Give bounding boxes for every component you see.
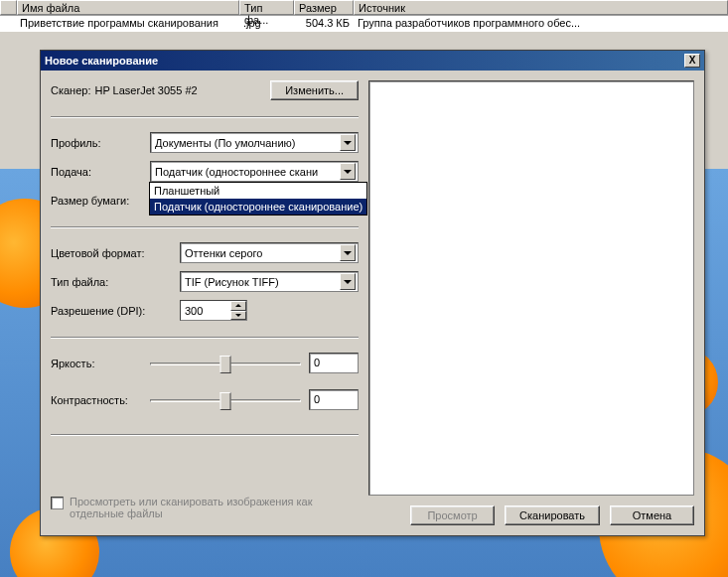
chevron-down-icon[interactable] xyxy=(340,163,356,180)
chevron-down-icon[interactable] xyxy=(340,134,356,151)
column-header-type[interactable]: Тип фа... xyxy=(239,0,294,15)
file-table-header: Имя файла Тип фа... Размер Источник xyxy=(0,0,728,16)
column-header-corner[interactable] xyxy=(0,0,17,15)
separate-files-checkbox[interactable] xyxy=(51,497,64,509)
column-header-size[interactable]: Размер xyxy=(294,0,354,15)
cell-size: 504.3 КБ xyxy=(294,17,354,31)
column-header-name[interactable]: Имя файла xyxy=(17,0,239,15)
cell-source: Группа разработчиков программного обес..… xyxy=(354,17,728,31)
profile-value: Документы (По умолчанию) xyxy=(155,137,340,149)
profile-combo[interactable]: Документы (По умолчанию) xyxy=(150,132,359,153)
feed-dropdown: Планшетный Податчик (одностороннее скани… xyxy=(149,182,367,216)
close-button[interactable]: X xyxy=(684,54,700,68)
scan-button[interactable]: Сканировать xyxy=(505,505,600,525)
feed-combo[interactable]: Податчик (одностороннее скани xyxy=(150,161,359,182)
colorfmt-value: Оттенки серого xyxy=(185,247,340,259)
cell-name: Приветствие программы сканирования xyxy=(0,17,239,31)
brightness-label: Яркость: xyxy=(51,358,150,369)
change-scanner-button[interactable]: Изменить... xyxy=(270,80,359,100)
spin-down-icon[interactable] xyxy=(230,311,246,321)
titlebar[interactable]: Новое сканирование X xyxy=(41,51,704,71)
spin-up-icon[interactable] xyxy=(230,301,246,311)
filetype-combo[interactable]: TIF (Рисунок TIFF) xyxy=(180,271,359,292)
preview-button[interactable]: Просмотр xyxy=(410,505,495,525)
brightness-value[interactable]: 0 xyxy=(309,353,359,373)
profile-label: Профиль: xyxy=(51,137,150,149)
chevron-down-icon[interactable] xyxy=(340,273,356,290)
contrast-label: Контрастность: xyxy=(51,394,150,406)
new-scan-dialog: Новое сканирование X Сканер: HP LaserJet… xyxy=(40,50,705,536)
cell-type: .jpg xyxy=(239,17,294,31)
table-row[interactable]: Приветствие программы сканирования .jpg … xyxy=(0,16,728,32)
brightness-slider[interactable] xyxy=(150,354,301,373)
scanner-label: Сканер: xyxy=(51,84,90,96)
filetype-value: TIF (Рисунок TIFF) xyxy=(185,276,340,288)
separate-files-label: Просмотреть или сканировать изображения … xyxy=(70,496,359,519)
dpi-spinner[interactable] xyxy=(180,300,247,321)
feed-option-flatbed[interactable]: Планшетный xyxy=(150,183,366,199)
dpi-label: Разрешение (DPI): xyxy=(51,305,180,317)
contrast-value[interactable]: 0 xyxy=(309,389,359,410)
contrast-slider[interactable] xyxy=(150,390,301,410)
column-header-source[interactable]: Источник xyxy=(354,0,728,15)
slider-thumb[interactable] xyxy=(220,356,231,373)
colorfmt-combo[interactable]: Оттенки серого xyxy=(180,242,359,263)
chevron-down-icon[interactable] xyxy=(340,244,356,261)
filetype-label: Тип файла: xyxy=(51,276,180,288)
scanner-value: HP LaserJet 3055 #2 xyxy=(94,84,270,96)
cancel-button[interactable]: Отмена xyxy=(610,505,694,525)
slider-thumb[interactable] xyxy=(220,392,231,410)
dialog-title: Новое сканирование xyxy=(45,55,158,67)
feed-label: Подача: xyxy=(51,166,150,178)
colorfmt-label: Цветовой формат: xyxy=(51,247,180,259)
feed-option-feeder[interactable]: Податчик (одностороннее сканирование) xyxy=(150,199,366,215)
paper-label: Размер бумаги: xyxy=(51,195,150,207)
feed-value: Податчик (одностороннее скани xyxy=(155,166,340,178)
dpi-input[interactable] xyxy=(181,301,230,320)
preview-area xyxy=(368,80,694,496)
